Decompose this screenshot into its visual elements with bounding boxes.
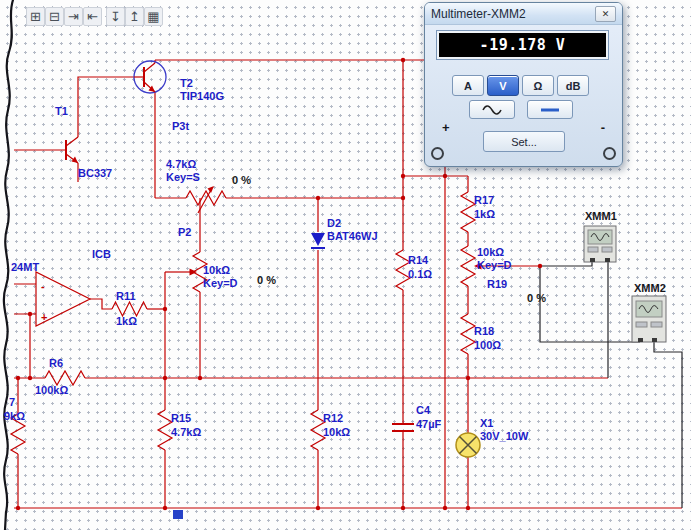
label-r17-value[interactable]: 1kΩ [474, 209, 495, 220]
label-xmm2[interactable]: XMM2 [634, 283, 666, 294]
dc-line-icon [538, 106, 562, 114]
label-r15-value[interactable]: 4.7kΩ [171, 427, 201, 438]
label-p2-ref[interactable]: P2 [178, 227, 191, 238]
label-xmm1[interactable]: XMM1 [585, 211, 617, 222]
multimeter-xmm1-icon[interactable] [584, 226, 616, 262]
label-r18-value[interactable]: 100Ω [474, 340, 501, 351]
label-t1-value[interactable]: BC337 [78, 168, 112, 179]
label-t1-ref[interactable]: T1 [55, 106, 68, 117]
svg-text:+: + [41, 311, 47, 323]
set-button[interactable]: Set... [483, 131, 565, 152]
resistor-r6[interactable] [45, 371, 85, 385]
toolbar-icon-7[interactable]: ▦ [144, 7, 163, 26]
ac-mode-button[interactable] [469, 100, 515, 119]
label-opamp-value[interactable]: 24MT [11, 262, 39, 273]
label-x1-value[interactable]: 30V_10W [480, 431, 528, 442]
label-r11-value[interactable]: 1kΩ [116, 316, 137, 327]
label-c4-value[interactable]: 47µF [416, 419, 441, 430]
sine-wave-icon [481, 105, 503, 115]
terminal-post-right [603, 147, 616, 160]
label-d2-value[interactable]: BAT46WJ [327, 231, 378, 242]
toolbar-icon-6[interactable]: ↥ [125, 7, 144, 26]
label-t2-value[interactable]: TIP140G [180, 91, 224, 102]
label-r14-ref[interactable]: R14 [408, 255, 428, 266]
label-opamp-ref[interactable]: ICB [92, 249, 111, 260]
multimeter-dialog: Multimeter-XMM2 ✕ -19.178 V A V Ω dB + -… [424, 2, 623, 167]
lamp-x1[interactable] [456, 433, 480, 457]
resistor-r17[interactable] [461, 192, 475, 232]
opamp-symbol[interactable]: - + [36, 272, 90, 326]
label-r11-ref[interactable]: R11 [116, 291, 136, 302]
label-r12-value[interactable]: 10kΩ [323, 427, 350, 438]
dialog-titlebar[interactable]: Multimeter-XMM2 ✕ [425, 3, 622, 25]
diode-d2[interactable] [311, 233, 325, 248]
toolbar-icon-1[interactable]: ⊞ [26, 7, 45, 26]
label-r14-value[interactable]: 0.1Ω [408, 269, 432, 280]
resistor-r11[interactable] [112, 302, 147, 316]
label-c4-ref[interactable]: C4 [416, 405, 430, 416]
svg-text:-: - [41, 280, 45, 292]
multimeter-xmm2-icon[interactable] [632, 296, 666, 342]
capacitor-c4[interactable] [392, 424, 414, 431]
mode-button-ohm[interactable]: Ω [522, 75, 554, 96]
label-r7-ref[interactable]: 7 [9, 397, 15, 408]
label-r19-value[interactable]: 10kΩ [477, 247, 504, 258]
label-r17-ref[interactable]: R17 [474, 195, 494, 206]
resistor-r15[interactable] [158, 410, 172, 450]
label-d2-ref[interactable]: D2 [327, 218, 341, 229]
label-r19-key[interactable]: Key=D [477, 260, 512, 271]
label-p1-value[interactable]: 4.7kΩ [166, 159, 196, 170]
label-t2-ref[interactable]: T2 [180, 78, 193, 89]
mode-button-ampere[interactable]: A [452, 75, 484, 96]
label-r6-value[interactable]: 100kΩ [35, 385, 68, 396]
multimeter-display: -19.178 V [437, 31, 608, 59]
toolbar-icon-2[interactable]: ⊟ [45, 7, 64, 26]
toolbar-icon-3[interactable]: ⇥ [64, 7, 83, 26]
label-p2-key[interactable]: Key=D [203, 278, 238, 289]
transistor-t1[interactable] [66, 137, 78, 163]
toolbar-icon-4[interactable]: ⇤ [83, 7, 102, 26]
label-r6-ref[interactable]: R6 [49, 358, 63, 369]
transistor-t2[interactable] [134, 61, 166, 93]
label-r19-percent[interactable]: 0 % [527, 293, 546, 304]
potentiometer-4k7[interactable] [186, 186, 226, 213]
plus-terminal-label: + [442, 120, 450, 135]
label-p1-percent[interactable]: 0 % [232, 175, 251, 186]
resistor-r18[interactable] [461, 314, 475, 354]
label-r7-value[interactable]: 9kΩ [4, 411, 25, 422]
label-p2-value[interactable]: 10kΩ [203, 265, 230, 276]
dc-mode-button[interactable] [527, 100, 573, 119]
mode-button-volt[interactable]: V [487, 75, 519, 96]
terminal-post-left [431, 147, 444, 160]
label-p3[interactable]: P3t [172, 121, 189, 132]
close-icon[interactable]: ✕ [595, 6, 616, 22]
label-r15-ref[interactable]: R15 [171, 413, 191, 424]
minus-terminal-label: - [601, 120, 605, 135]
label-p2-percent[interactable]: 0 % [257, 275, 276, 286]
net-marker [173, 510, 183, 519]
label-r18-ref[interactable]: R18 [474, 326, 494, 337]
dialog-title: Multimeter-XMM2 [431, 7, 526, 21]
label-r19-ref[interactable]: R19 [487, 279, 507, 290]
label-x1-ref[interactable]: X1 [480, 418, 493, 429]
label-r12-ref[interactable]: R12 [323, 413, 343, 424]
mode-button-decibel[interactable]: dB [557, 75, 589, 96]
multisim-workspace: - + [0, 0, 691, 530]
label-p1-key[interactable]: Key=S [166, 172, 200, 183]
toolbar-icon-5[interactable]: ↧ [106, 7, 125, 26]
